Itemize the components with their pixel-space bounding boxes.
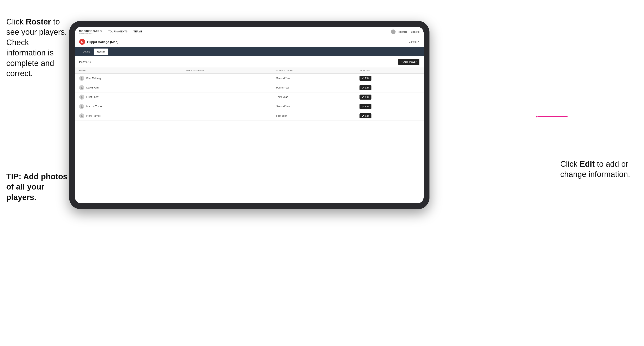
table-header-row: NAME EMAIL ADDRESS SCHOOL YEAR ACTIONS [75,68,424,74]
tablet-device: SCOREBOARD Powered by clippd TOURNAMENTS… [69,21,430,209]
players-header: PLAYERS + Add Player [75,56,424,68]
table-row: Blair McHarg Second Year Edit [75,74,424,83]
edit-label: Edit [365,96,369,98]
svg-point-11 [81,107,83,108]
col-name: NAME [75,68,182,74]
edit-label: Edit [365,86,369,89]
svg-point-4 [81,77,82,78]
col-school-year: SCHOOL YEAR [272,68,356,74]
player-avatar [79,76,84,81]
player-name: Piers Parnell [86,114,100,117]
player-name: Blair McHarg [86,77,101,80]
svg-point-6 [81,87,82,88]
edit-label: Edit [365,77,369,79]
instruction-text-2: to see your players. Check information i… [6,17,67,78]
edit-button-3[interactable]: Edit [360,104,372,109]
table-row: Piers Parnell First Year Edit [75,111,424,121]
player-name-cell: Elliot Ebert [75,92,182,102]
table-row: David Ford Fourth Year Edit [75,83,424,92]
cancel-button[interactable]: Cancel ✕ [409,40,420,43]
player-avatar [79,104,84,109]
player-name: Marcus Turner [86,105,102,108]
player-email [182,92,272,102]
player-avatar [79,95,84,100]
player-table: NAME EMAIL ADDRESS SCHOOL YEAR ACTIONS [75,68,424,121]
player-email [182,83,272,92]
edit-button-1[interactable]: Edit [360,85,372,90]
player-name: Elliot Ebert [86,96,98,99]
app-nav: SCOREBOARD Powered by clippd TOURNAMENTS… [75,27,424,37]
click-label: Click [560,160,580,169]
player-name-cell: Piers Parnell [75,111,182,121]
player-avatar [79,85,84,90]
edit-keyword: Edit [580,160,595,169]
tip-text: TIP: Add photos of all your players. [6,172,71,202]
pencil-icon [362,105,364,108]
user-name: Test User [397,30,407,33]
nav-teams[interactable]: TEAMS [134,29,142,34]
tab-details[interactable]: Details [79,48,94,55]
table-head: NAME EMAIL ADDRESS SCHOOL YEAR ACTIONS [75,68,424,74]
svg-point-7 [81,88,83,89]
player-year: Third Year [272,92,356,102]
team-name: Clippd College (Men) [87,40,118,44]
svg-point-10 [81,105,82,107]
svg-point-8 [81,96,82,97]
players-title: PLAYERS [79,61,91,63]
edit-arrow [536,110,570,123]
svg-point-9 [81,97,83,99]
user-avatar [391,29,396,34]
logo-sub-text: Powered by clippd [79,33,102,34]
tablet-screen: SCOREBOARD Powered by clippd TOURNAMENTS… [75,27,424,203]
sign-out-link[interactable]: Sign out [411,30,420,33]
nav-links: TOURNAMENTS TEAMS [108,29,391,34]
separator: | [409,30,409,33]
pencil-icon [362,115,364,117]
edit-button-4[interactable]: Edit [360,113,372,118]
page-header: C Clippd College (Men) Cancel ✕ [75,37,424,47]
table-body: Blair McHarg Second Year Edit [75,74,424,121]
roster-keyword: Roster [26,17,51,26]
table-row: Elliot Ebert Third Year Edit [75,92,424,102]
team-logo: C [79,39,85,45]
player-actions: Edit [355,74,424,83]
logo-main-text: SCOREBOARD [79,29,102,33]
player-actions: Edit [355,102,424,111]
player-year: Second Year [272,102,356,111]
instruction-text-1: Click [6,17,26,26]
col-email: EMAIL ADDRESS [182,68,272,74]
player-actions: Edit [355,92,424,102]
player-email [182,74,272,83]
add-player-button[interactable]: + Add Player [398,59,420,65]
pencil-icon [362,96,364,98]
app-logo: SCOREBOARD Powered by clippd [79,29,102,34]
edit-button-0[interactable]: Edit [360,76,372,81]
team-info: C Clippd College (Men) [79,39,118,45]
pencil-icon [362,77,364,79]
svg-point-12 [81,115,82,116]
player-year: Fourth Year [272,83,356,92]
nav-tournaments[interactable]: TOURNAMENTS [108,29,128,34]
col-actions: ACTIONS [355,68,424,74]
player-name-cell: David Ford [75,83,182,92]
add-player-label: + Add Player [401,60,416,63]
player-name-cell: Blair McHarg [75,74,182,83]
player-email [182,102,272,111]
right-instruction: Click Edit to add or change information. [560,159,638,180]
player-name: David Ford [86,86,99,89]
player-name-cell: Marcus Turner [75,102,182,111]
user-area: Test User | Sign out [391,29,420,34]
player-avatar [79,113,84,118]
player-year: Second Year [272,74,356,83]
player-actions: Edit [355,83,424,92]
edit-label: Edit [365,105,369,108]
edit-label: Edit [365,115,369,117]
edit-button-2[interactable]: Edit [360,95,372,100]
svg-point-5 [81,78,83,80]
cancel-label: Cancel [409,40,416,43]
left-instruction: Click Roster to see your players. Check … [6,17,67,79]
tab-roster[interactable]: Roster [94,48,108,55]
cancel-x: ✕ [417,40,420,43]
svg-point-13 [81,116,83,117]
tabs-bar: Details Roster [75,47,424,56]
